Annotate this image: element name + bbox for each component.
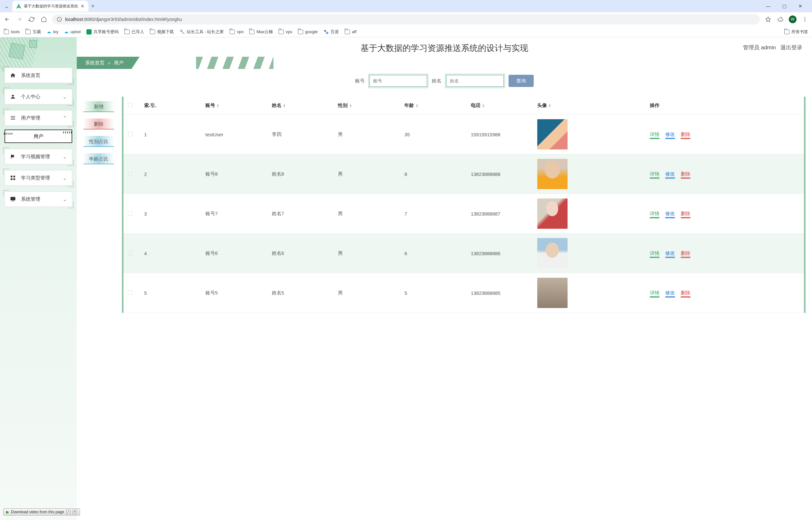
reload-button[interactable] [28, 17, 35, 22]
bookmark-label: Max云梯 [256, 29, 273, 35]
select-all-checkbox[interactable] [128, 103, 132, 107]
edit-link[interactable]: 修改 [665, 131, 675, 138]
bookmark-item[interactable]: 已导入 [124, 29, 144, 35]
breadcrumb-home[interactable]: 系统首页 [85, 60, 104, 66]
all-bookmarks[interactable]: 所有书签 [784, 29, 808, 35]
download-video-bar[interactable]: ▶ Download video from this page ⤢ ✕ [3, 509, 80, 516]
content-row: 新增 删除 性别占比 年龄占比 索.引. 账号▲▼ 姓名▲▼ 性别▲▼ 年龄▲▼ [77, 97, 812, 313]
bookmark-label: 已导入 [131, 29, 144, 35]
bookmark-item[interactable]: Max云梯 [249, 29, 273, 35]
edit-link[interactable]: 修改 [665, 290, 675, 297]
sidebar-item-home[interactable]: 系统首页 [4, 68, 72, 83]
close-tab-icon[interactable]: ✕ [81, 3, 84, 9]
decoration [29, 40, 37, 48]
flag-icon [10, 154, 17, 159]
sidebar-item-type-mgmt[interactable]: 学习类型管理 ⌄ [4, 170, 72, 186]
url-box[interactable]: localhost:8080/djangor3r93/admin/dist/in… [52, 14, 760, 25]
row-checkbox[interactable] [128, 132, 132, 136]
extensions-icon[interactable] [777, 17, 784, 22]
sidebar-item-video-mgmt[interactable]: 学习视频管理 ⌄ [4, 149, 72, 164]
detail-link[interactable]: 详情 [650, 171, 660, 178]
bookmark-item[interactable]: vps [279, 29, 292, 34]
detail-link[interactable]: 详情 [650, 211, 660, 218]
bookmark-item[interactable]: google [298, 29, 318, 34]
maximize-button[interactable]: ▢ [779, 3, 789, 9]
col-gender[interactable]: 性别▲▼ [334, 97, 400, 115]
app-container: 系统首页 个人中心 ⌄ 用户管理 ⌃ 用户 学习视频管理 ⌄ 学习类型管理 ⌄ … [0, 37, 812, 520]
site-info-icon[interactable] [57, 17, 62, 22]
row-checkbox[interactable] [128, 290, 132, 295]
sidebar-item-sys-mgmt[interactable]: 系统管理 ⌄ [4, 191, 72, 207]
detail-link[interactable]: 详情 [650, 290, 660, 297]
edit-link[interactable]: 修改 [665, 211, 675, 218]
sort-icon[interactable]: ▲▼ [415, 104, 419, 108]
bookmark-item[interactable]: 共享账号密码 [87, 29, 119, 35]
name-input[interactable] [446, 75, 504, 87]
bookmark-item[interactable]: vpn [229, 29, 244, 34]
sidebar-subitem-user[interactable]: 用户 [4, 130, 72, 143]
row-checkbox[interactable] [128, 211, 132, 215]
bookmark-item[interactable]: tools [4, 29, 20, 34]
sort-icon[interactable]: ▲▼ [283, 104, 286, 108]
bookmark-label: 宝藏 [32, 29, 41, 35]
tab-title: 基于大数据的学习资源推送系统 [24, 3, 78, 9]
logout-link[interactable]: 退出登录 [780, 44, 802, 51]
bookmark-item[interactable]: 宝藏 [25, 29, 41, 35]
row-checkbox[interactable] [128, 172, 132, 176]
home-button[interactable] [40, 17, 48, 22]
close-window-button[interactable]: ✕ [795, 3, 806, 9]
profile-avatar[interactable]: W [789, 16, 796, 23]
edit-link[interactable]: 修改 [665, 250, 675, 257]
delete-button[interactable]: 删除 [83, 119, 114, 130]
delete-link[interactable]: 删除 [681, 171, 690, 178]
name-label: 姓名 [432, 78, 441, 84]
bookmark-item[interactable]: aff [345, 29, 356, 34]
col-index[interactable]: 索.引. [140, 97, 201, 115]
cell-name: 姓名8 [267, 154, 334, 194]
table-wrap: 索.引. 账号▲▼ 姓名▲▼ 性别▲▼ 年龄▲▼ 电话▲▼ 头像▲▼ 操作 1t… [122, 97, 806, 313]
sidebar-item-user-mgmt[interactable]: 用户管理 ⌃ [4, 110, 72, 126]
browser-tab[interactable]: 基于大数据的学习资源推送系统 ✕ [12, 1, 88, 11]
add-button[interactable]: 新增 [83, 101, 114, 112]
minimize-button[interactable]: — [763, 3, 773, 9]
close-icon[interactable]: ✕ [73, 510, 77, 514]
col-age[interactable]: 年龄▲▼ [400, 97, 466, 115]
bookmark-item[interactable]: 视频下载 [150, 29, 174, 35]
delete-link[interactable]: 删除 [681, 131, 690, 138]
delete-link[interactable]: 删除 [681, 211, 690, 218]
tabs-dropdown[interactable]: ⌄ [3, 3, 10, 9]
folder-icon [150, 30, 155, 34]
gender-ratio-button[interactable]: 性别占比 [83, 136, 114, 147]
sort-icon[interactable]: ▲▼ [349, 104, 352, 108]
bookmark-item[interactable]: ☁uplod [64, 29, 81, 34]
sort-icon[interactable]: ▲▼ [216, 104, 220, 108]
age-ratio-button[interactable]: 年龄占比 [83, 153, 114, 164]
bookmark-star-icon[interactable] [764, 17, 772, 22]
avatar-image [537, 278, 568, 308]
new-tab-button[interactable]: + [88, 3, 97, 10]
forward-button[interactable] [16, 17, 23, 22]
expand-icon[interactable]: ⤢ [66, 510, 71, 514]
detail-link[interactable]: 详情 [650, 250, 660, 257]
edit-link[interactable]: 修改 [665, 171, 675, 178]
col-avatar[interactable]: 头像▲▼ [533, 97, 645, 115]
svg-point-6 [805, 21, 806, 22]
admin-label[interactable]: 管理员 admin [743, 44, 776, 51]
delete-link[interactable]: 删除 [681, 290, 690, 297]
delete-link[interactable]: 删除 [681, 250, 690, 257]
bookmark-item[interactable]: 🐾百度 [323, 29, 339, 35]
sort-icon[interactable]: ▲▼ [548, 104, 551, 108]
bookmark-item[interactable]: ☁txy [47, 29, 58, 34]
row-checkbox[interactable] [128, 251, 132, 255]
detail-link[interactable]: 详情 [650, 131, 660, 138]
account-input[interactable] [369, 75, 427, 87]
col-name[interactable]: 姓名▲▼ [267, 97, 334, 115]
search-button[interactable]: 查询 [509, 75, 534, 87]
sidebar-item-personal[interactable]: 个人中心 ⌄ [4, 89, 72, 104]
col-phone[interactable]: 电话▲▼ [466, 97, 533, 115]
col-account[interactable]: 账号▲▼ [201, 97, 267, 115]
sort-icon[interactable]: ▲▼ [482, 104, 485, 108]
bookmark-item[interactable]: 🔧站长工具 - 站长之家 [180, 29, 224, 35]
menu-kebab-icon[interactable] [801, 17, 809, 22]
back-button[interactable] [3, 17, 11, 22]
